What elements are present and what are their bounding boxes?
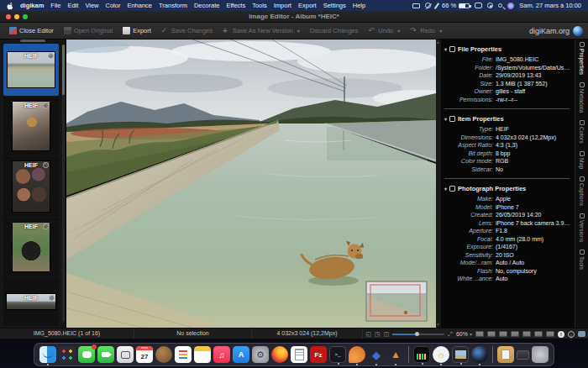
thumbbar-scrollbar[interactable]	[20, 39, 45, 42]
info-icon[interactable]: i	[568, 331, 575, 338]
view-toggle-button-7[interactable]	[546, 331, 554, 337]
menu-item-import[interactable]: Import	[274, 2, 291, 9]
virtualbox-icon[interactable]: ◆	[368, 346, 385, 363]
export-button[interactable]: Export	[118, 25, 155, 36]
screenshot-icon[interactable]	[117, 346, 134, 363]
menu-item-file[interactable]: File	[50, 2, 60, 9]
system-preferences-icon[interactable]: ⚙	[252, 346, 269, 363]
undo-button[interactable]: Undo	[364, 25, 404, 36]
image-canvas[interactable]	[66, 39, 435, 328]
save-as-new-version-button[interactable]: Save As New Version	[218, 25, 304, 36]
camera-lens-icon[interactable]	[471, 346, 488, 363]
launchpad-icon[interactable]	[59, 346, 76, 363]
menu-item-enhance[interactable]: Enhance	[127, 2, 152, 9]
tab-captions[interactable]: Captions	[579, 176, 585, 206]
scroll-up-icon[interactable]: ▲	[436, 40, 440, 45]
vlc-icon[interactable]: ▲	[387, 346, 404, 363]
scroll-down-icon[interactable]: ▼	[436, 323, 440, 327]
open-original-button[interactable]: Open Original	[60, 25, 117, 36]
file-properties-header[interactable]: File Properties	[443, 44, 571, 55]
facetime-icon[interactable]	[97, 346, 114, 363]
save-changes-button[interactable]: Save Changes	[157, 25, 217, 36]
view-toggle-button-2[interactable]	[487, 331, 496, 337]
menu-item-effects[interactable]: Effects	[226, 2, 245, 9]
thumbbar-vscroll-track[interactable]	[62, 45, 65, 322]
filezilla-icon[interactable]: Fz	[310, 346, 327, 363]
view-toggle-button-6[interactable]	[534, 331, 543, 337]
siri-icon[interactable]	[507, 3, 514, 9]
app-store-icon[interactable]: A	[233, 346, 249, 363]
canvas-vertical-scrollbar[interactable]: ▲ ▼	[435, 39, 441, 328]
terminal-icon[interactable]: >_	[329, 346, 346, 363]
discard-changes-button[interactable]: Discard Changes	[306, 25, 363, 36]
zoom-slider[interactable]	[392, 334, 444, 335]
battery-indicator[interactable]: 66 %	[442, 2, 470, 9]
apple-menu-icon[interactable]	[7, 3, 13, 9]
tab-map[interactable]: Map	[579, 151, 585, 169]
menu-item-edit[interactable]: Edit	[67, 2, 78, 9]
image-viewer-icon[interactable]	[452, 346, 469, 363]
downloads-folder-icon[interactable]	[497, 346, 514, 363]
menu-item-tools[interactable]: Tools	[252, 2, 267, 9]
reminders-icon[interactable]	[175, 346, 192, 363]
zoom-fit-window-icon[interactable]: ◱	[365, 331, 371, 337]
keyboard-icon[interactable]	[475, 3, 482, 8]
view-toggle-button-3[interactable]	[499, 331, 507, 337]
music-icon[interactable]: ♫	[213, 346, 230, 363]
weather-icon[interactable]: ☼	[433, 346, 449, 363]
thumbnail-item-5[interactable]: HEIF	[3, 277, 59, 326]
tab-tools[interactable]: Tools	[579, 250, 585, 270]
zoom-100-icon[interactable]: ◳	[375, 331, 381, 337]
menu-item-help[interactable]: Help	[353, 2, 365, 9]
view-toggle-button-5[interactable]	[522, 331, 531, 337]
menu-item-settings[interactable]: Settings	[323, 2, 346, 9]
minimize-window-button[interactable]	[14, 14, 19, 19]
thumbnail-item-2[interactable]: HEIF	[3, 97, 59, 155]
menu-item-transform[interactable]: Transform	[159, 2, 187, 9]
menu-item-decorate[interactable]: Decorate	[194, 2, 219, 9]
tab-versions[interactable]: Versions	[579, 213, 585, 242]
tab-properties[interactable]: Properties	[579, 42, 585, 75]
photograph-properties-header[interactable]: Photograph Properties	[443, 183, 571, 195]
view-toggle-button-1[interactable]	[475, 331, 484, 337]
trash-icon[interactable]	[532, 346, 549, 363]
menu-item-digikam[interactable]: digikam	[20, 2, 44, 9]
thumbnail-item-3[interactable]: HEIF	[3, 156, 59, 217]
redo-button[interactable]: Redo	[406, 25, 446, 36]
messages-icon[interactable]	[78, 346, 95, 363]
finder-icon[interactable]	[39, 346, 56, 363]
bluetooth-icon[interactable]	[433, 3, 438, 8]
calendar-icon[interactable]: mars 27	[136, 346, 153, 363]
photograph-properties-icon	[449, 186, 455, 192]
menu-item-view[interactable]: View	[85, 2, 98, 9]
thumbnail-item-1[interactable]: HEIF	[3, 44, 59, 96]
tab-metadata[interactable]: Metadata	[579, 82, 585, 113]
pan-navigator[interactable]	[366, 281, 427, 321]
zoom-window-button[interactable]	[23, 14, 28, 19]
notice-icon[interactable]: !	[558, 331, 564, 338]
notes-icon[interactable]	[194, 346, 211, 363]
zoom-select-icon[interactable]: ◫	[384, 331, 390, 337]
minimized-window-icon[interactable]	[517, 350, 529, 360]
photo-booth-icon[interactable]	[155, 346, 172, 363]
wifi-off-icon[interactable]	[425, 3, 431, 8]
thumbnail-item-4[interactable]: HEIF	[3, 218, 59, 276]
menu-item-color[interactable]: Color	[106, 2, 121, 9]
view-toggle-button-4[interactable]	[511, 331, 519, 337]
item-properties-header[interactable]: Item Properties	[443, 113, 571, 125]
spotlight-icon[interactable]	[498, 3, 502, 8]
account-icon[interactable]	[487, 3, 493, 8]
message-bubble-icon[interactable]	[578, 331, 585, 337]
firefox-icon[interactable]	[271, 346, 288, 363]
libreoffice-icon[interactable]	[291, 346, 307, 363]
mirroring-icon[interactable]	[412, 3, 420, 8]
activity-monitor-icon[interactable]	[413, 346, 430, 363]
menu-clock[interactable]: Sam. 27 mars à 10:00	[519, 2, 581, 9]
zoom-level-dropdown[interactable]: 60%	[456, 331, 472, 337]
menu-item-export[interactable]: Export	[298, 2, 317, 9]
close-editor-button[interactable]: Close Editor	[5, 25, 58, 36]
tab-colors[interactable]: Colors	[579, 120, 585, 144]
fit-zoom-icon[interactable]: ⤢	[448, 331, 453, 337]
cantata-icon[interactable]	[349, 346, 365, 363]
close-window-button[interactable]	[6, 14, 11, 19]
